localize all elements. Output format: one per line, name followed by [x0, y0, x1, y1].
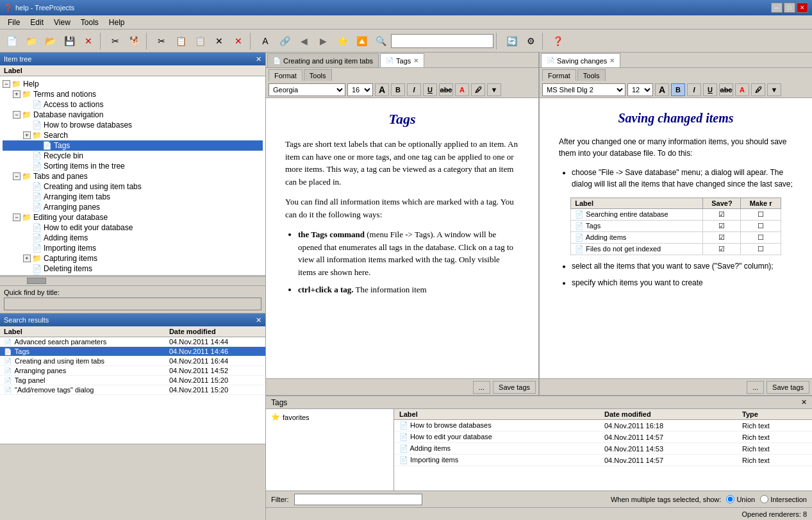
save-cell-check-1[interactable]: ☑ — [703, 221, 741, 232]
star-button[interactable]: ⭐ — [333, 32, 351, 50]
bold-btn-right[interactable]: B — [671, 83, 685, 96]
format-tab-format-left[interactable]: Format — [269, 69, 302, 81]
save-cell-make-2[interactable]: ☐ — [741, 232, 781, 244]
filter-input[interactable] — [294, 494, 422, 505]
tree-item-howedit[interactable]: 📄 How to edit your database — [3, 222, 263, 233]
tags-row-1[interactable]: 📄 How to edit your database 04.Nov.2011 … — [394, 432, 812, 443]
maximize-button[interactable]: □ — [784, 3, 795, 13]
save-tags-btn-right[interactable]: Save tags — [766, 381, 809, 394]
fwd-button[interactable]: ▶ — [314, 32, 332, 50]
save-cell-make-3[interactable]: ☐ — [741, 244, 781, 255]
fontcolor-btn-left[interactable]: A — [455, 83, 469, 96]
fontsize-select-left[interactable]: 16 — [347, 83, 373, 96]
tab-saving[interactable]: 📄 Saving changes ✕ — [541, 53, 620, 67]
cancel-button[interactable]: ✕ — [79, 32, 97, 50]
fontsize-select-right[interactable]: 12 — [627, 83, 653, 96]
refresh-button[interactable]: 🔄 — [502, 32, 520, 50]
search-results-close[interactable]: ✕ — [256, 316, 261, 324]
fontcolor-btn-right[interactable]: A — [735, 83, 749, 96]
minimize-button[interactable]: ─ — [771, 3, 783, 13]
menu-view[interactable]: View — [49, 17, 76, 28]
quick-find-input[interactable] — [4, 298, 261, 310]
italic-btn-left[interactable]: I — [407, 83, 421, 96]
save-cell-check-2[interactable]: ☑ — [703, 232, 741, 244]
expand-dbnav[interactable]: − — [13, 111, 21, 119]
tags-row-2[interactable]: 📄 Adding items 04.Nov.2011 14:53 Rich te… — [394, 443, 812, 455]
back-button[interactable]: ◀ — [295, 32, 313, 50]
tags-row-3[interactable]: 📄 Importing items 04.Nov.2011 14:57 Rich… — [394, 455, 812, 466]
menu-edit[interactable]: Edit — [25, 17, 49, 28]
tree-hscroll[interactable] — [0, 275, 265, 285]
expand-search[interactable]: + — [23, 131, 31, 139]
more-btn-right[interactable]: ▼ — [767, 83, 781, 96]
save-cell-make-0[interactable]: ☐ — [741, 209, 781, 221]
save-button[interactable]: 💾 — [60, 32, 78, 50]
open-button[interactable]: 📁 — [22, 32, 40, 50]
tag-item-favorites[interactable]: ⭐ favorites — [269, 412, 391, 423]
search-results-table[interactable]: Label Date modified 📄 Advanced search pa… — [0, 326, 265, 444]
save-cell-make-1[interactable]: ☐ — [741, 221, 781, 232]
expand-tabspanes[interactable]: − — [13, 172, 21, 180]
bold-btn-left[interactable]: B — [391, 83, 405, 96]
help-button[interactable]: ❓ — [549, 32, 567, 50]
tree-item-browse[interactable]: 📄 How to browse databases — [3, 120, 263, 130]
dog-button[interactable]: 🐕 — [126, 32, 144, 50]
search-row-2[interactable]: 📄 Creating and using item tabs 04.Nov.20… — [0, 356, 265, 366]
cut-button[interactable]: ✂ — [106, 32, 124, 50]
tree-item-sorting[interactable]: 📄 Sorting items in the tree — [3, 161, 263, 171]
tree-item-captureitems[interactable]: + 📁 Capturing items — [3, 253, 263, 264]
paste-button[interactable]: 📋 — [191, 32, 209, 50]
menu-tools[interactable]: Tools — [76, 17, 104, 28]
format-tab-format-right[interactable]: Format — [542, 69, 576, 81]
tree-item-dbnav[interactable]: − 📁 Database navigation — [3, 110, 263, 120]
search-button[interactable]: 🔍 — [372, 32, 390, 50]
font-button[interactable]: A — [256, 32, 274, 50]
underline-btn-left[interactable]: U — [423, 83, 437, 96]
save-cell-check-0[interactable]: ☑ — [703, 209, 741, 221]
search-hscroll[interactable] — [0, 444, 265, 454]
tree-item-importitems[interactable]: 📄 Importing items — [3, 243, 263, 253]
font-grow-btn-right[interactable]: A — [655, 83, 669, 96]
nav-button[interactable]: 🔼 — [352, 32, 370, 50]
expand-captureitems[interactable]: + — [23, 255, 31, 262]
tree-item-recycle[interactable]: 📄 Recycle bin — [3, 151, 263, 161]
scissors-button[interactable]: ✂ — [153, 32, 170, 50]
tree-item-help[interactable]: − 📁 Help — [3, 79, 263, 89]
highlight-btn-right[interactable]: 🖊 — [751, 83, 765, 96]
tree-item-arrangepanes[interactable]: 📄 Arranging panes — [3, 202, 263, 212]
radio-intersection[interactable]: Intersection — [760, 495, 807, 503]
radio-union-input[interactable] — [726, 495, 734, 503]
font-grow-btn-left[interactable]: A — [375, 83, 389, 96]
tree-item-deleteitems[interactable]: 📄 Deleting items — [3, 264, 263, 274]
format-tab-tools-right[interactable]: Tools — [577, 69, 606, 81]
item-tree-close[interactable]: ✕ — [256, 55, 261, 63]
tab-close-tags[interactable]: ✕ — [413, 57, 418, 64]
tree-item-tabspanes[interactable]: − 📁 Tabs and panes — [3, 171, 263, 181]
save-cell-check-3[interactable]: ☑ — [703, 244, 741, 255]
highlight-btn-left[interactable]: 🖊 — [471, 83, 485, 96]
format-tab-tools-left[interactable]: Tools — [304, 69, 332, 81]
search-row-0[interactable]: 📄 Advanced search parameters 04.Nov.2011… — [0, 337, 265, 347]
copy-button[interactable]: 📋 — [172, 32, 190, 50]
tree-item-tags[interactable]: 📄 Tags — [3, 140, 263, 151]
tree-area[interactable]: − 📁 Help + 📁 Terms and notions 📄 Access … — [0, 76, 265, 275]
expand-help[interactable]: − — [3, 80, 10, 88]
tree-item-access[interactable]: 📄 Access to actions — [3, 99, 263, 110]
radio-intersection-input[interactable] — [760, 495, 768, 503]
tab-tags[interactable]: 📄 Tags ✕ — [380, 53, 424, 67]
tree-item-search[interactable]: + 📁 Search — [3, 130, 263, 140]
open2-button[interactable]: 📂 — [41, 32, 59, 50]
search-input[interactable] — [391, 34, 493, 48]
tab-close-saving[interactable]: ✕ — [609, 57, 615, 64]
search-row-1[interactable]: 📄 Tags 04.Nov.2011 14:46 — [0, 347, 265, 356]
strikethrough-btn-left[interactable]: abc — [439, 83, 453, 96]
delete-button[interactable]: ✕ — [210, 32, 228, 50]
close-button[interactable]: ✕ — [797, 3, 808, 13]
save-tags-btn-left[interactable]: Save tags — [493, 381, 536, 394]
font-select-right[interactable]: MS Shell Dlg 2 — [542, 83, 626, 96]
font-select-left[interactable]: Georgia — [269, 83, 345, 96]
tab-creating[interactable]: 📄 Creating and using item tabs — [267, 53, 379, 67]
tree-item-editdb[interactable]: − 📁 Editing your database — [3, 212, 263, 222]
underline-btn-right[interactable]: U — [703, 83, 717, 96]
search-row-5[interactable]: 📄 "Add/remove tags" dialog 04.Nov.2011 1… — [0, 385, 265, 395]
